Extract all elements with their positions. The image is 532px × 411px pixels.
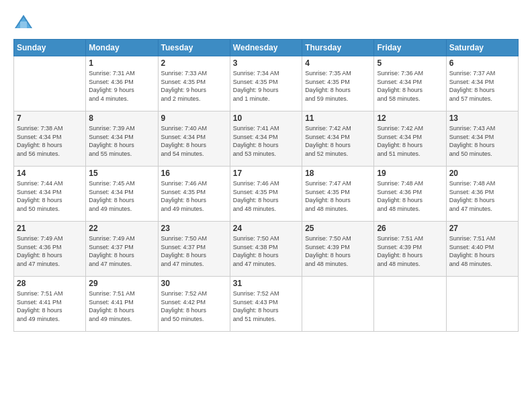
day-number: 7: [17, 113, 83, 123]
day-info: Sunrise: 7:39 AM Sunset: 4:34 PM Dayligh…: [89, 124, 154, 158]
calendar-cell: 26Sunrise: 7:51 AM Sunset: 4:39 PM Dayli…: [374, 222, 446, 277]
calendar-cell: 31Sunrise: 7:52 AM Sunset: 4:43 PM Dayli…: [230, 277, 302, 332]
calendar-cell: [14, 56, 86, 111]
calendar-cell: [446, 277, 518, 332]
day-info: Sunrise: 7:42 AM Sunset: 4:34 PM Dayligh…: [305, 124, 371, 158]
weekday-header-wednesday: Wednesday: [230, 40, 302, 56]
calendar-cell: [302, 277, 374, 332]
calendar-cell: 5Sunrise: 7:36 AM Sunset: 4:34 PM Daylig…: [374, 56, 446, 111]
calendar-cell: 14Sunrise: 7:44 AM Sunset: 4:34 PM Dayli…: [14, 167, 86, 222]
logo-icon: [13, 12, 34, 32]
day-info: Sunrise: 7:49 AM Sunset: 4:37 PM Dayligh…: [89, 234, 154, 268]
calendar-cell: 10Sunrise: 7:41 AM Sunset: 4:34 PM Dayli…: [230, 111, 302, 167]
weekday-header-row: SundayMondayTuesdayWednesdayThursdayFrid…: [14, 40, 519, 56]
day-number: 16: [161, 169, 227, 178]
day-info: Sunrise: 7:42 AM Sunset: 4:34 PM Dayligh…: [377, 124, 443, 158]
week-row-4: 21Sunrise: 7:49 AM Sunset: 4:36 PM Dayli…: [14, 222, 519, 277]
weekday-header-thursday: Thursday: [302, 40, 374, 56]
day-number: 10: [233, 113, 299, 123]
day-number: 4: [305, 58, 371, 68]
calendar-cell: 16Sunrise: 7:46 AM Sunset: 4:35 PM Dayli…: [158, 167, 230, 222]
weekday-header-sunday: Sunday: [14, 40, 86, 56]
day-number: 30: [161, 279, 227, 288]
day-number: 28: [17, 279, 83, 288]
calendar-cell: 23Sunrise: 7:50 AM Sunset: 4:37 PM Dayli…: [158, 222, 230, 277]
calendar-cell: 21Sunrise: 7:49 AM Sunset: 4:36 PM Dayli…: [14, 222, 86, 277]
day-number: 11: [305, 113, 371, 123]
day-number: 19: [377, 169, 443, 178]
day-number: 6: [449, 58, 515, 68]
calendar-cell: 28Sunrise: 7:51 AM Sunset: 4:41 PM Dayli…: [14, 277, 86, 332]
calendar-cell: 7Sunrise: 7:38 AM Sunset: 4:34 PM Daylig…: [14, 111, 86, 167]
calendar-cell: 11Sunrise: 7:42 AM Sunset: 4:34 PM Dayli…: [302, 111, 374, 167]
day-number: 12: [377, 113, 443, 123]
day-number: 5: [377, 58, 443, 68]
day-number: 3: [233, 58, 299, 68]
day-info: Sunrise: 7:43 AM Sunset: 4:34 PM Dayligh…: [449, 124, 515, 158]
week-row-5: 28Sunrise: 7:51 AM Sunset: 4:41 PM Dayli…: [14, 277, 519, 332]
calendar-cell: 8Sunrise: 7:39 AM Sunset: 4:34 PM Daylig…: [86, 111, 158, 167]
day-info: Sunrise: 7:49 AM Sunset: 4:36 PM Dayligh…: [17, 234, 83, 268]
day-number: 15: [89, 169, 154, 178]
calendar-cell: 22Sunrise: 7:49 AM Sunset: 4:37 PM Dayli…: [86, 222, 158, 277]
day-number: 24: [233, 224, 299, 233]
calendar-cell: 30Sunrise: 7:52 AM Sunset: 4:42 PM Dayli…: [158, 277, 230, 332]
day-info: Sunrise: 7:51 AM Sunset: 4:41 PM Dayligh…: [17, 289, 83, 323]
calendar-cell: [374, 277, 446, 332]
day-info: Sunrise: 7:50 AM Sunset: 4:37 PM Dayligh…: [161, 234, 227, 268]
calendar-cell: 29Sunrise: 7:51 AM Sunset: 4:41 PM Dayli…: [86, 277, 158, 332]
day-number: 18: [305, 169, 371, 178]
day-info: Sunrise: 7:33 AM Sunset: 4:35 PM Dayligh…: [161, 69, 227, 103]
day-info: Sunrise: 7:37 AM Sunset: 4:34 PM Dayligh…: [449, 69, 515, 103]
weekday-header-monday: Monday: [86, 40, 158, 56]
day-info: Sunrise: 7:52 AM Sunset: 4:42 PM Dayligh…: [161, 289, 227, 323]
day-number: 29: [89, 279, 154, 288]
calendar-cell: 9Sunrise: 7:40 AM Sunset: 4:34 PM Daylig…: [158, 111, 230, 167]
page: SundayMondayTuesdayWednesdayThursdayFrid…: [0, 0, 532, 411]
calendar-cell: 17Sunrise: 7:46 AM Sunset: 4:35 PM Dayli…: [230, 167, 302, 222]
day-info: Sunrise: 7:41 AM Sunset: 4:34 PM Dayligh…: [233, 124, 299, 158]
day-number: 21: [17, 224, 83, 233]
weekday-header-tuesday: Tuesday: [158, 40, 230, 56]
day-number: 31: [233, 279, 299, 288]
weekday-header-saturday: Saturday: [446, 40, 518, 56]
day-info: Sunrise: 7:51 AM Sunset: 4:41 PM Dayligh…: [89, 289, 154, 323]
day-info: Sunrise: 7:38 AM Sunset: 4:34 PM Dayligh…: [17, 124, 83, 158]
week-row-2: 7Sunrise: 7:38 AM Sunset: 4:34 PM Daylig…: [14, 111, 519, 167]
calendar-cell: 6Sunrise: 7:37 AM Sunset: 4:34 PM Daylig…: [446, 56, 518, 111]
day-number: 23: [161, 224, 227, 233]
header: [13, 12, 519, 32]
day-info: Sunrise: 7:35 AM Sunset: 4:35 PM Dayligh…: [305, 69, 371, 103]
day-info: Sunrise: 7:50 AM Sunset: 4:38 PM Dayligh…: [233, 234, 299, 268]
calendar-cell: 13Sunrise: 7:43 AM Sunset: 4:34 PM Dayli…: [446, 111, 518, 167]
calendar-cell: 3Sunrise: 7:34 AM Sunset: 4:35 PM Daylig…: [230, 56, 302, 111]
calendar-cell: 24Sunrise: 7:50 AM Sunset: 4:38 PM Dayli…: [230, 222, 302, 277]
day-info: Sunrise: 7:46 AM Sunset: 4:35 PM Dayligh…: [161, 179, 227, 213]
calendar-cell: 18Sunrise: 7:47 AM Sunset: 4:35 PM Dayli…: [302, 167, 374, 222]
calendar-table: SundayMondayTuesdayWednesdayThursdayFrid…: [13, 39, 519, 332]
day-info: Sunrise: 7:51 AM Sunset: 4:39 PM Dayligh…: [377, 234, 443, 268]
day-info: Sunrise: 7:31 AM Sunset: 4:36 PM Dayligh…: [89, 69, 154, 103]
calendar-cell: 27Sunrise: 7:51 AM Sunset: 4:40 PM Dayli…: [446, 222, 518, 277]
calendar-cell: 2Sunrise: 7:33 AM Sunset: 4:35 PM Daylig…: [158, 56, 230, 111]
day-info: Sunrise: 7:48 AM Sunset: 4:36 PM Dayligh…: [449, 179, 515, 213]
week-row-1: 1Sunrise: 7:31 AM Sunset: 4:36 PM Daylig…: [14, 56, 519, 111]
day-info: Sunrise: 7:48 AM Sunset: 4:36 PM Dayligh…: [377, 179, 443, 213]
week-row-3: 14Sunrise: 7:44 AM Sunset: 4:34 PM Dayli…: [14, 167, 519, 222]
day-info: Sunrise: 7:34 AM Sunset: 4:35 PM Dayligh…: [233, 69, 299, 103]
day-number: 1: [89, 58, 154, 68]
day-number: 25: [305, 224, 371, 233]
day-number: 22: [89, 224, 154, 233]
day-info: Sunrise: 7:47 AM Sunset: 4:35 PM Dayligh…: [305, 179, 371, 213]
day-number: 8: [89, 113, 154, 123]
day-info: Sunrise: 7:45 AM Sunset: 4:34 PM Dayligh…: [89, 179, 154, 213]
day-number: 17: [233, 169, 299, 178]
calendar-cell: 12Sunrise: 7:42 AM Sunset: 4:34 PM Dayli…: [374, 111, 446, 167]
day-number: 2: [161, 58, 227, 68]
day-number: 20: [449, 169, 515, 178]
weekday-header-friday: Friday: [374, 40, 446, 56]
day-info: Sunrise: 7:36 AM Sunset: 4:34 PM Dayligh…: [377, 69, 443, 103]
day-number: 9: [161, 113, 227, 123]
calendar-cell: 19Sunrise: 7:48 AM Sunset: 4:36 PM Dayli…: [374, 167, 446, 222]
day-info: Sunrise: 7:44 AM Sunset: 4:34 PM Dayligh…: [17, 179, 83, 213]
